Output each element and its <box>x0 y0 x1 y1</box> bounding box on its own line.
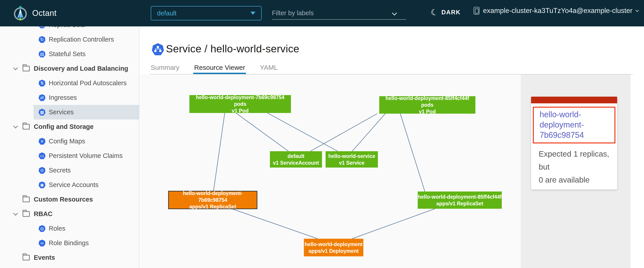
sidebar-item-replication-controllers[interactable]: ↻ Replication Controllers <box>34 32 139 47</box>
tab-bar: Summary Resource Viewer YAML <box>150 64 633 74</box>
replication-controllers-icon: ↻ <box>38 36 46 43</box>
folder-icon <box>22 66 30 71</box>
tab-resource-viewer[interactable]: Resource Viewer <box>193 64 246 74</box>
status-bar-error <box>531 97 617 103</box>
services-icon: ▦ <box>38 109 46 116</box>
graph-node-deployment-hello-world[interactable]: hello-world-deployment apps/v1 Deploymen… <box>304 239 363 256</box>
sidebar-group-config-and-storage[interactable]: Config and Storage <box>0 120 139 134</box>
chevron-down-icon[interactable] <box>13 211 18 216</box>
sidebar-group-rbac[interactable]: RBAC <box>0 207 139 221</box>
sidebar-nav: ▣ Replica Sets ↻ Replication Controllers… <box>0 26 139 268</box>
tab-yaml[interactable]: YAML <box>259 64 278 74</box>
chevron-down-icon[interactable] <box>13 66 18 70</box>
chevron-down-icon[interactable] <box>392 10 397 16</box>
secrets-icon: ⊙ <box>38 167 46 174</box>
node-detail-panel: hello-world-deployment-7b69c98754 Expect… <box>521 74 630 268</box>
sidebar-item-horizontal-pod-autoscalers[interactable]: ⇅ Horizontal Pod Autoscalers <box>34 76 139 90</box>
graph-node-replicaset-85ff4cf44f[interactable]: hello-world-deployment-85ff4cf44f apps/v… <box>418 192 502 209</box>
graph-node-replicaset-7b69c98754[interactable]: hello-world-deployment-7b69c98754 apps/v… <box>168 191 258 209</box>
selected-node-highlight-box: hello-world-deployment-7b69c98754 <box>533 107 616 144</box>
folder-icon <box>22 211 30 217</box>
replica-warning-message: Expected 1 replicas, but 0 are available <box>539 148 614 186</box>
service-kind-icon <box>152 43 164 56</box>
graph-node-service-hello-world-service[interactable]: hello-world-service v1 Service <box>326 151 378 168</box>
config-maps-icon: ≡ <box>38 138 46 145</box>
sidebar-item-config-maps[interactable]: ≡ Config Maps <box>34 134 139 148</box>
theme-toggle-button[interactable]: ☾ DARK <box>431 8 461 16</box>
sidebar-item-replica-sets[interactable]: ▣ Replica Sets <box>34 26 139 32</box>
tab-summary[interactable]: Summary <box>150 64 180 74</box>
chevron-down-icon[interactable] <box>13 124 18 128</box>
sidebar-group-events[interactable]: Events <box>0 250 139 265</box>
moon-icon: ☾ <box>430 8 439 17</box>
ingresses-icon: ⇄ <box>38 94 46 101</box>
cluster-context-label: example-cluster-ka3TuTzYo4a@example-clus… <box>483 7 632 15</box>
app-header: Octant default ☾ DARK example-cluster-ka… <box>0 0 644 26</box>
main-content: Service / hello-world-service Summary Re… <box>140 26 644 268</box>
sidebar-group-discovery-and-load-balancing[interactable]: Discovery and Load Balancing <box>0 61 139 76</box>
replica-sets-icon: ▣ <box>38 26 46 29</box>
sidebar-item-services[interactable]: ▦ Services <box>34 105 139 120</box>
label-filter-input[interactable] <box>272 10 393 17</box>
role-bindings-icon: ∞ <box>38 240 46 247</box>
app-title: Octant <box>32 8 56 18</box>
graph-node-serviceaccount-default[interactable]: default v1 ServiceAccount <box>270 151 322 168</box>
folder-icon <box>22 124 30 130</box>
persistent-volume-claims-icon: ▭ <box>38 152 46 160</box>
horizontal-pod-autoscalers-icon: ⇅ <box>38 80 46 87</box>
sidebar-item-role-bindings[interactable]: ∞ Role Bindings <box>34 236 139 250</box>
folder-icon <box>22 197 30 202</box>
namespace-dropdown-value: default <box>157 10 176 17</box>
label-filter-field <box>272 7 406 20</box>
stateful-sets-icon: ▤ <box>38 50 46 58</box>
cluster-context-selector[interactable]: example-cluster-ka3TuTzYo4a@example-clus… <box>474 7 638 15</box>
caret-down-icon <box>250 12 255 15</box>
chevron-down-icon <box>636 8 639 12</box>
sidebar-item-secrets[interactable]: ⊙ Secrets <box>34 163 139 178</box>
sidebar-item-stateful-sets[interactable]: ▤ Stateful Sets <box>34 47 139 61</box>
sidebar-item-roles[interactable]: ◎ Roles <box>34 221 139 236</box>
resource-viewer-graph: hello-world-deployment-7b69c98754 pods v… <box>140 74 521 268</box>
graph-node-pod-85ff4cf44f[interactable]: hello-world-deployment-85ff4cf44f pods v… <box>379 96 476 114</box>
cluster-icon <box>474 7 480 14</box>
service-accounts-icon: ◉ <box>38 182 46 188</box>
sidebar-item-persistent-volume-claims[interactable]: ▭ Persistent Volume Claims <box>34 148 139 163</box>
sidebar-item-service-accounts[interactable]: ◉ Service Accounts <box>34 178 139 192</box>
roles-icon: ◎ <box>38 225 46 232</box>
sidebar-item-ingresses[interactable]: ⇄ Ingresses <box>34 90 139 105</box>
theme-toggle-label: DARK <box>442 9 461 16</box>
node-detail-card: hello-world-deployment-7b69c98754 Expect… <box>531 97 617 190</box>
graph-node-pod-7b69c98754[interactable]: hello-world-deployment-7b69c98754 pods v… <box>190 95 291 113</box>
namespace-dropdown[interactable]: default <box>151 6 262 20</box>
page-title: Service / hello-world-service <box>166 42 299 55</box>
octant-logo-icon <box>12 5 28 22</box>
folder-icon <box>22 255 30 260</box>
sidebar-group-custom-resources[interactable]: Custom Resources <box>0 192 139 207</box>
replicaset-link[interactable]: hello-world-deployment-7b69c98754 <box>540 110 611 140</box>
